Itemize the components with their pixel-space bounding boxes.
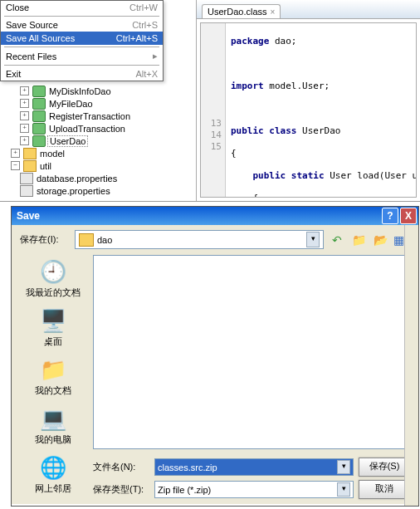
place-label: 我的电脑: [35, 433, 71, 446]
gutter: 13 14 15 23: [201, 23, 226, 197]
expand-icon[interactable]: +: [20, 86, 29, 95]
menu-exit[interactable]: ExitAlt+X: [1, 67, 163, 81]
dialog-title: Save: [17, 210, 380, 222]
place-network[interactable]: 🌐网上邻居: [20, 451, 86, 498]
menu-save-all-label: Save All Sources: [6, 33, 116, 43]
menu-save-all-accel: Ctrl+Alt+S: [116, 33, 158, 43]
menu-close-label: Close: [6, 2, 129, 12]
project-tree: +MyDiskInfoDao +MyFileDao +RegisterTrans…: [0, 83, 194, 203]
tab-close-icon[interactable]: ×: [271, 7, 276, 17]
tree-item-uploadtransaction[interactable]: +UploadTransaction: [2, 122, 193, 135]
menu-separator: [4, 46, 159, 47]
menu-recent-files[interactable]: Recent Files▸: [1, 49, 163, 63]
tree-label: MyFileDao: [47, 99, 95, 109]
line-number: 14: [204, 130, 222, 141]
menu-exit-label: Exit: [6, 69, 135, 79]
menu-close[interactable]: CloseCtrl+W: [1, 1, 163, 14]
save-button[interactable]: 保存(S): [359, 458, 410, 477]
class-icon: [32, 86, 46, 97]
class-icon: [32, 135, 46, 147]
tab-label: UserDao.class: [208, 7, 267, 17]
menu-save-all[interactable]: Save All SourcesCtrl+Alt+S: [1, 32, 163, 45]
menu-save-source-accel: Ctrl+S: [132, 20, 158, 30]
close-button[interactable]: X: [400, 208, 417, 224]
dropdown-icon[interactable]: ▾: [337, 460, 350, 474]
menu-save-source[interactable]: Save SourceCtrl+S: [1, 18, 163, 32]
tree-item-util[interactable]: −util: [2, 159, 193, 172]
expand-icon[interactable]: +: [20, 136, 29, 145]
dropdown-icon[interactable]: ▾: [337, 482, 350, 497]
expand-icon[interactable]: +: [20, 111, 29, 120]
tree-label: model: [38, 149, 66, 159]
filename-label: 文件名(N):: [93, 461, 149, 473]
tree-label: util: [38, 161, 53, 171]
desktop-icon: 🖥️: [40, 307, 66, 334]
editor-panel: UserDao.class× 13 14 15 23 package dao; …: [196, 0, 420, 201]
network-icon: 🌐: [40, 454, 66, 481]
folder-icon: [23, 148, 37, 159]
line-number: 15: [204, 141, 222, 153]
line-number: 13: [204, 118, 222, 130]
tree-label: UploadTransaction: [47, 124, 127, 134]
expand-icon[interactable]: +: [11, 149, 20, 158]
filetype-combo[interactable]: Zip file (*.zip)▾: [154, 481, 354, 498]
class-icon: [32, 98, 46, 110]
folder-icon: [23, 160, 37, 172]
save-in-combo[interactable]: dao ▾: [75, 230, 324, 249]
tree-item-model[interactable]: +model: [2, 147, 193, 159]
menu-separator: [4, 16, 159, 17]
file-icon: [20, 185, 33, 197]
save-dialog: Save ? X 保存在(I): dao ▾ ↶ 📁 📂 ▦▾ 🕘我最近的文档 …: [11, 206, 419, 507]
recent-icon: 🕘: [40, 258, 66, 285]
tree-item-userdao[interactable]: +UserDao: [2, 135, 193, 147]
editor-tab-userdao[interactable]: UserDao.class×: [202, 4, 281, 18]
folder-icon: [79, 233, 94, 247]
class-icon: [32, 123, 46, 135]
new-folder-icon[interactable]: 📂: [372, 232, 388, 248]
tree-item-storage-properties[interactable]: storage.properties: [2, 184, 193, 197]
tree-label: UserDao: [47, 135, 88, 147]
place-label: 网上邻居: [35, 482, 71, 495]
tree-item-mydiskinfodao[interactable]: +MyDiskInfoDao: [2, 85, 193, 97]
filename-input[interactable]: classes.src.zip▾: [154, 458, 354, 476]
tree-label: database.properties: [35, 174, 119, 184]
tree-label: MyDiskInfoDao: [47, 86, 113, 96]
up-icon[interactable]: 📁: [350, 232, 367, 248]
filename-value: classes.src.zip: [158, 463, 217, 472]
class-icon: [32, 110, 46, 122]
expand-icon[interactable]: +: [20, 124, 29, 133]
help-button[interactable]: ?: [382, 208, 398, 224]
collapse-icon[interactable]: −: [11, 161, 20, 170]
expand-icon[interactable]: +: [20, 99, 29, 108]
dialog-scrollbar[interactable]: [404, 225, 418, 506]
places-bar: 🕘我最近的文档 🖥️桌面 📁我的文档 💻我的电脑 🌐网上邻居: [20, 255, 86, 498]
dropdown-icon[interactable]: ▾: [306, 232, 320, 247]
source-code: package dao; import model.User; public c…: [229, 23, 416, 198]
file-list[interactable]: [93, 255, 410, 449]
place-desktop[interactable]: 🖥️桌面: [20, 304, 86, 351]
place-label: 我的文档: [35, 384, 71, 397]
place-label: 我最近的文档: [26, 286, 81, 299]
file-icon: [20, 173, 33, 184]
dialog-titlebar[interactable]: Save ? X: [12, 207, 418, 225]
cancel-button[interactable]: 取消: [359, 480, 410, 499]
save-in-value: dao: [97, 235, 112, 245]
place-recent[interactable]: 🕘我最近的文档: [20, 255, 86, 302]
menu-recent-label: Recent Files: [6, 51, 153, 61]
tree-item-myfiledao[interactable]: +MyFileDao: [2, 97, 193, 110]
tree-label: storage.properties: [35, 186, 112, 196]
menu-save-source-label: Save Source: [6, 20, 132, 30]
menu-exit-accel: Alt+X: [135, 69, 158, 79]
tree-item-database-properties[interactable]: database.properties: [2, 172, 193, 184]
dialog-body: 保存在(I): dao ▾ ↶ 📁 📂 ▦▾ 🕘我最近的文档 🖥️桌面 📁我的文…: [12, 225, 418, 504]
back-icon[interactable]: ↶: [329, 232, 345, 248]
code-editor[interactable]: 13 14 15 23 package dao; import model.Us…: [200, 22, 417, 198]
editor-tab-bar: UserDao.class×: [197, 0, 420, 19]
tree-item-registertransaction[interactable]: +RegisterTransaction: [2, 110, 193, 122]
menu-close-accel: Ctrl+W: [129, 2, 158, 12]
place-label: 桌面: [44, 335, 62, 348]
place-mycomputer[interactable]: 💻我的电脑: [20, 402, 86, 449]
place-mydocs[interactable]: 📁我的文档: [20, 353, 86, 400]
file-menu: CloseCtrl+W Save SourceCtrl+S Save All S…: [0, 0, 164, 81]
menu-separator: [4, 65, 159, 66]
